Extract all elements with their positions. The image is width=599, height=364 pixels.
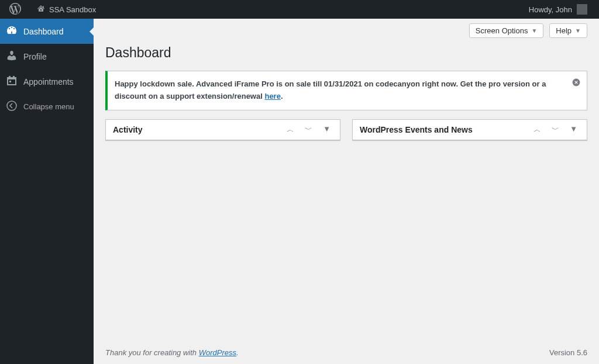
notice-text: Happy lockdown sale. Advanced iFrame Pro… <box>115 78 563 103</box>
collapse-icon <box>6 100 23 113</box>
widget-toggle[interactable]: ▼ <box>567 124 580 135</box>
sidebar-item-label: Appointments <box>23 77 74 86</box>
footer-version: Version 5.6 <box>549 348 587 357</box>
sidebar-item-dashboard[interactable]: Dashboard <box>0 19 94 44</box>
widget-move-down[interactable]: ﹀ <box>549 124 562 135</box>
dashboard-icon <box>6 25 23 38</box>
content-inner: Dashboard Happy lockdown sale. Advanced … <box>94 38 599 360</box>
top-controls: Screen Options ▼ Help ▼ <box>94 19 599 38</box>
close-icon <box>572 78 581 89</box>
screen-options-label: Screen Options <box>476 26 528 35</box>
footer-wordpress-link[interactable]: WordPress <box>199 348 236 357</box>
help-button[interactable]: Help ▼ <box>549 23 587 38</box>
widget-move-up[interactable]: ︿ <box>531 124 543 135</box>
screen-options-button[interactable]: Screen Options ▼ <box>469 23 544 38</box>
help-label: Help <box>556 26 572 35</box>
user-greeting: Howdy, John <box>529 5 572 14</box>
collapse-label: Collapse menu <box>23 102 74 111</box>
notice-text-before: Happy lockdown sale. Advanced iFrame Pro… <box>115 79 546 100</box>
admin-sidebar: Dashboard Profile Appointments Collapse … <box>0 19 94 364</box>
sidebar-item-label: Dashboard <box>23 27 64 36</box>
sidebar-item-label: Profile <box>23 52 47 61</box>
admin-bar-right: Howdy, John <box>519 4 599 15</box>
calendar-icon <box>6 75 23 88</box>
svg-point-0 <box>7 101 16 110</box>
widget-header: Activity ︿ ﹀ ▼ <box>106 120 340 140</box>
home-icon <box>36 4 46 15</box>
caret-down-icon: ▼ <box>570 124 577 133</box>
collapse-menu[interactable]: Collapse menu <box>0 94 94 119</box>
page-title: Dashboard <box>105 38 587 68</box>
widget-move-up[interactable]: ︿ <box>284 124 297 135</box>
footer-thankyou: Thank you for creating with WordPress. <box>105 348 239 357</box>
caret-down-icon: ▼ <box>531 27 537 34</box>
site-name: SSA Sandbox <box>49 5 96 14</box>
sidebar-item-appointments[interactable]: Appointments <box>0 69 94 94</box>
widget-title: WordPress Events and News <box>360 125 473 134</box>
chevron-up-icon: ︿ <box>287 125 294 134</box>
widget-move-down[interactable]: ﹀ <box>302 124 315 135</box>
caret-down-icon: ▼ <box>575 27 581 34</box>
sidebar-item-profile[interactable]: Profile <box>0 44 94 69</box>
wordpress-logo-menu[interactable] <box>0 0 27 19</box>
avatar <box>577 4 587 15</box>
caret-down-icon: ▼ <box>323 124 331 133</box>
chevron-down-icon: ﹀ <box>552 125 559 134</box>
notice-link[interactable]: here <box>264 92 280 100</box>
notice-dismiss-button[interactable] <box>570 77 582 89</box>
widget-header: WordPress Events and News ︿ ﹀ ▼ <box>353 120 587 140</box>
chevron-down-icon: ﹀ <box>305 125 312 134</box>
content-area: Screen Options ▼ Help ▼ Dashboard Happy … <box>94 19 599 364</box>
widget-toggle[interactable]: ▼ <box>321 124 333 135</box>
admin-bar-left: SSA Sandbox <box>0 0 102 19</box>
admin-bar: SSA Sandbox Howdy, John <box>0 0 599 19</box>
site-home-link[interactable]: SSA Sandbox <box>27 0 102 19</box>
user-account-menu[interactable]: Howdy, John <box>519 4 593 15</box>
widget-title: Activity <box>113 125 143 134</box>
widget-wp-events-news: WordPress Events and News ︿ ﹀ ▼ <box>352 119 587 141</box>
notice-text-after: . <box>281 92 283 100</box>
widgets-row: Activity ︿ ﹀ ▼ W <box>105 119 587 141</box>
widget-controls: ︿ ﹀ ▼ <box>531 124 580 135</box>
person-icon <box>6 50 23 63</box>
footer-prefix: Thank you for creating with <box>105 348 199 357</box>
wordpress-logo-icon <box>9 3 21 16</box>
chevron-up-icon: ︿ <box>533 125 541 134</box>
widget-activity: Activity ︿ ﹀ ▼ <box>105 119 340 141</box>
admin-notice: Happy lockdown sale. Advanced iFrame Pro… <box>105 71 587 110</box>
admin-footer: Thank you for creating with WordPress. V… <box>94 341 599 364</box>
footer-suffix: . <box>236 348 239 357</box>
widget-controls: ︿ ﹀ ▼ <box>284 124 333 135</box>
